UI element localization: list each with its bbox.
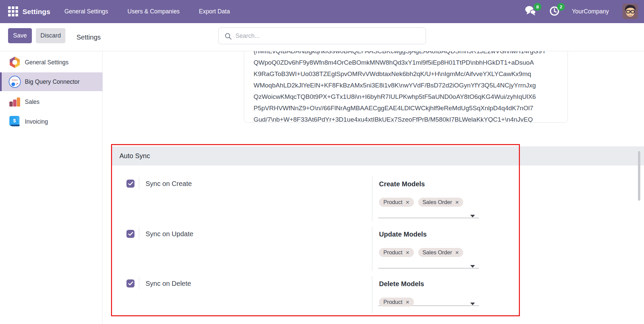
messages-badge[interactable]: 8 [534,3,541,11]
general-settings-icon [9,56,21,68]
sidebar-item-general-settings[interactable]: General Settings [0,53,103,72]
sync-on-delete-label: Sync on Delete [146,279,191,287]
tag-remove-icon[interactable]: ✕ [455,250,459,255]
divider [372,226,372,271]
private-key-text: {hMIIEvQIBADANBgkqhkiG9w0BAQEFAASCBKcwgg… [244,51,568,123]
private-key-textarea[interactable]: {hMIIEvQIBADANBgkqhkiG9w0BAQEFAASCBKcwgg… [244,51,568,123]
sales-icon [9,96,21,108]
delete-models-tags: Product✕ [379,298,414,307]
check-icon [128,182,133,186]
chevron-down-icon[interactable] [470,215,475,217]
menu-users-companies[interactable]: Users & Companies [127,0,180,23]
menu-general-settings[interactable]: General Settings [64,0,108,23]
control-panel: Save Discard Settings [0,23,644,51]
sidebar-item-invoicing[interactable]: $ Invoicing [0,112,103,131]
divider [372,276,372,313]
chevron-down-icon[interactable] [470,265,475,268]
bigquery-connector-icon: odoo [9,76,21,88]
auto-sync-section-header: Auto Sync [111,146,644,166]
search-icon [225,33,231,40]
update-models-title: Update Models [379,230,427,238]
tag-sales-order[interactable]: Sales Order✕ [418,248,464,257]
create-models-tags: Product✕ Sales Order✕ [379,198,463,207]
apps-grid-icon[interactable] [8,6,18,16]
tag-remove-icon[interactable]: ✕ [406,200,410,205]
discard-button[interactable]: Discard [36,28,65,43]
app-title[interactable]: Settings [22,0,50,23]
activities-badge[interactable]: 2 [557,3,565,11]
settings-sidebar: General Settings odoo Big Query Connecto… [0,51,103,324]
tag-sales-order[interactable]: Sales Order✕ [418,198,464,207]
tag-product[interactable]: Product✕ [379,198,414,207]
auto-sync-title: Auto Sync [111,146,644,166]
sync-on-update-label: Sync on Update [146,230,193,238]
create-models-title: Create Models [379,180,425,188]
settings-content: {hMIIEvQIBADANBgkqhkiG9w0BAQEFAASCBKcwgg… [103,51,644,324]
svg-text:$: $ [13,118,16,123]
divider [139,177,139,189]
sidebar-item-sales[interactable]: Sales [0,92,103,111]
tag-product[interactable]: Product✕ [379,298,414,307]
sync-on-update-checkbox[interactable] [126,230,135,238]
breadcrumb: Settings [76,23,101,51]
sync-on-delete-checkbox[interactable] [126,279,135,287]
save-button[interactable]: Save [8,28,32,43]
company-switcher[interactable]: YourCompany [572,0,609,23]
search-box[interactable] [218,27,426,44]
divider [372,177,372,221]
check-icon [128,232,133,236]
sidebar-item-big-query-connector[interactable]: odoo Big Query Connector [0,72,103,91]
menu-export-data[interactable]: Export Data [199,0,230,23]
update-models-input-underline[interactable] [378,268,479,268]
vertical-scrollbar[interactable] [638,151,640,201]
tag-remove-icon[interactable]: ✕ [406,250,410,255]
divider [139,277,139,289]
settings-page: Settings General Settings Users & Compan… [0,0,644,324]
update-models-tags: Product✕ Sales Order✕ [379,248,463,257]
invoicing-icon: $ [9,116,21,128]
tag-remove-icon[interactable]: ✕ [406,300,410,305]
top-navbar: Settings General Settings Users & Compan… [0,0,644,23]
user-avatar[interactable] [623,4,638,19]
tag-remove-icon[interactable]: ✕ [455,200,459,205]
check-icon [128,281,133,285]
create-models-input-underline[interactable] [378,218,479,218]
delete-models-title: Delete Models [379,280,424,288]
tag-product[interactable]: Product✕ [379,248,414,257]
sync-on-create-label: Sync on Create [146,180,192,188]
chevron-down-icon[interactable] [470,303,475,305]
sync-on-create-checkbox[interactable] [126,180,135,188]
search-input[interactable] [235,28,420,44]
divider [139,227,139,239]
